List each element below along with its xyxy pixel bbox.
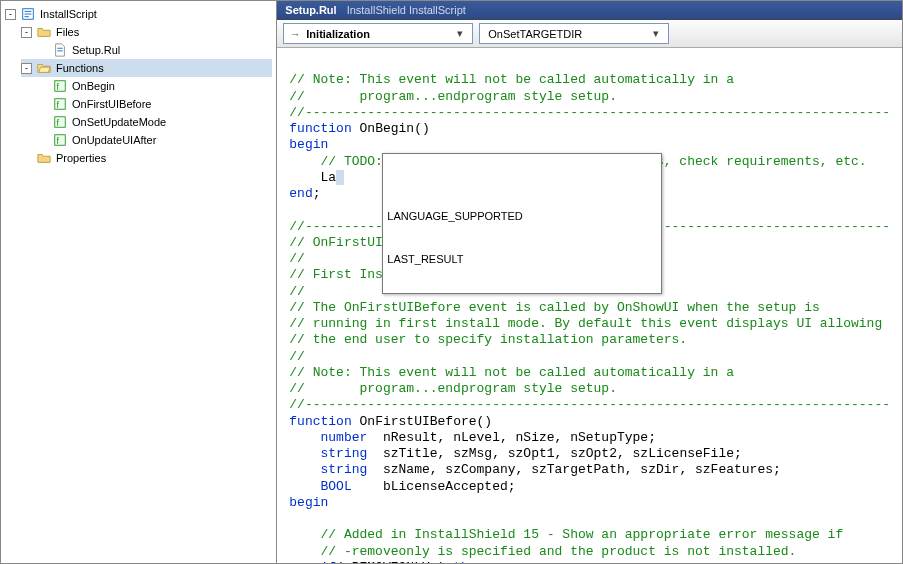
combo-label: OnSetTARGETDIR (484, 28, 648, 40)
tree-label: InstallScript (40, 8, 97, 20)
tree-fn[interactable]: f OnBegin (37, 77, 272, 95)
folder-open-icon (36, 60, 52, 76)
tree-functions[interactable]: - Functions (21, 59, 272, 77)
project-tree: - InstallScript - Files (1, 1, 277, 563)
tree-files[interactable]: - Files (21, 23, 272, 41)
tree-label: Functions (56, 62, 104, 74)
code-editor[interactable]: // Note: This event will not be called a… (277, 48, 902, 563)
tree-label: Properties (56, 152, 106, 164)
editor-description: InstallShield InstallScript (347, 4, 466, 16)
function-icon: f (52, 78, 68, 94)
chevron-down-icon[interactable]: ▾ (452, 27, 468, 40)
spacer (37, 45, 48, 56)
autocomplete-item[interactable]: LAST_RESULT (383, 252, 661, 265)
autocomplete-item[interactable]: LANGUAGE_SUPPORTED (383, 209, 661, 225)
tree-label: OnFirstUIBefore (72, 98, 151, 110)
combo-label: Initialization (302, 28, 452, 40)
script-icon (20, 6, 36, 22)
file-icon (52, 42, 68, 58)
editor-filename: Setup.Rul (285, 4, 336, 16)
tree-label: Setup.Rul (72, 44, 120, 56)
tree-root[interactable]: - InstallScript (5, 5, 272, 23)
function-combo[interactable]: OnSetTARGETDIR ▾ (479, 23, 669, 44)
editor-pane: Setup.Rul InstallShield InstallScript → … (277, 1, 902, 563)
folder-icon (36, 150, 52, 166)
editor-toolbar: → Initialization ▾ OnSetTARGETDIR ▾ (277, 20, 902, 48)
minus-icon[interactable]: - (5, 9, 16, 20)
function-icon: f (52, 114, 68, 130)
tree-label: OnSetUpdateMode (72, 116, 166, 128)
tree-fn[interactable]: f OnUpdateUIAfter (37, 131, 272, 149)
arrow-right-icon: → (288, 28, 302, 40)
minus-icon[interactable]: - (21, 63, 32, 74)
tree-label: Files (56, 26, 79, 38)
editor-header: Setup.Rul InstallShield InstallScript (277, 1, 902, 20)
function-icon: f (52, 132, 68, 148)
minus-icon[interactable]: - (21, 27, 32, 38)
chevron-down-icon[interactable]: ▾ (648, 27, 664, 40)
tree-label: OnBegin (72, 80, 115, 92)
tree-fn[interactable]: f OnSetUpdateMode (37, 113, 272, 131)
tree-label: OnUpdateUIAfter (72, 134, 156, 146)
folder-icon (36, 24, 52, 40)
tree-file-setup[interactable]: Setup.Rul (37, 41, 272, 59)
autocomplete-popup[interactable]: LANGUAGE_SUPPORTED LAST_RESULT LaunchApp… (382, 153, 662, 294)
function-icon: f (52, 96, 68, 112)
tree-fn[interactable]: f OnFirstUIBefore (37, 95, 272, 113)
tree-properties[interactable]: Properties (21, 149, 272, 167)
section-combo[interactable]: → Initialization ▾ (283, 23, 473, 44)
